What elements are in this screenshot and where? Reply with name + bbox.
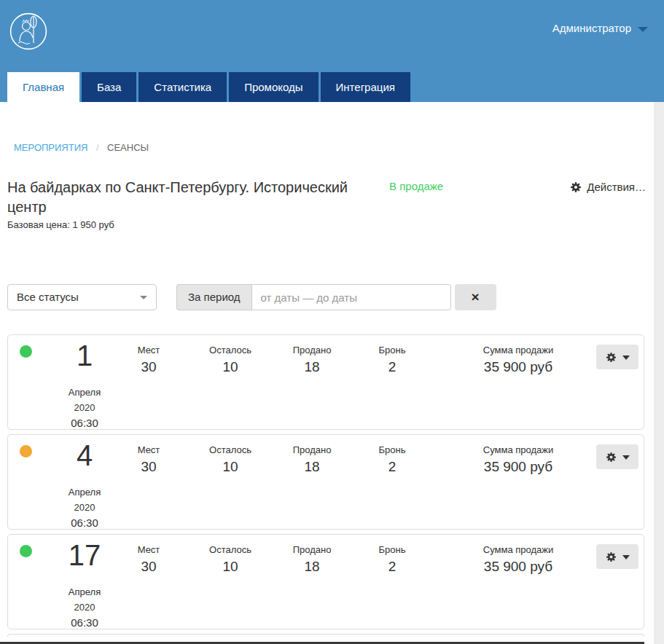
gear-icon xyxy=(606,551,617,562)
session-status-dot xyxy=(20,345,32,358)
session-actions-button[interactable] xyxy=(596,444,638,469)
stat-seats: Мест 30 xyxy=(112,345,185,375)
session-card: 4 Апреля 2020 06:30 Мест 30 Осталось 10 … xyxy=(7,434,644,530)
tab-statistika[interactable]: Статистика xyxy=(138,72,227,102)
stat-sold: Продано 18 xyxy=(268,345,356,375)
session-time: 06:30 xyxy=(46,515,123,530)
period-filter-group: За период xyxy=(176,284,451,310)
session-month: Апреля xyxy=(46,584,123,600)
tab-integratsiya[interactable]: Интеграция xyxy=(321,72,410,102)
period-label: За период xyxy=(176,284,251,310)
status-badge: В продаже xyxy=(389,178,443,192)
user-menu-label: Администратор xyxy=(552,22,631,34)
user-menu[interactable]: Администратор xyxy=(552,22,648,34)
session-month: Апреля xyxy=(46,385,123,400)
stat-seats: Мест 30 xyxy=(112,444,185,475)
session-time: 06:30 xyxy=(46,615,123,630)
chevron-down-icon xyxy=(638,27,648,32)
session-card: 17 Апреля 2020 06:30 Мест 30 Осталось 10… xyxy=(7,534,644,629)
chevron-down-icon xyxy=(622,455,630,460)
tab-promokody[interactable]: Промокоды xyxy=(229,72,318,102)
session-status-dot xyxy=(20,545,32,557)
stat-sales-sum: Сумма продажи 35 900 руб xyxy=(454,544,582,575)
actions-label: Действия… xyxy=(587,181,646,193)
stat-sales-sum: Сумма продажи 35 900 руб xyxy=(454,444,582,475)
stat-sales-sum: Сумма продажи 35 900 руб xyxy=(454,345,582,375)
tab-baza[interactable]: База xyxy=(82,72,136,102)
period-date-input[interactable] xyxy=(251,284,451,310)
gear-icon xyxy=(606,452,617,463)
clear-filter-button[interactable]: × xyxy=(455,284,496,310)
session-card: 1 Апреля 2020 06:30 Мест 30 Осталось 10 … xyxy=(7,334,644,430)
gear-icon xyxy=(606,352,617,363)
select-caret-icon xyxy=(140,296,147,299)
breadcrumb: МЕРОПРИЯТИЯ / СЕАНСЫ xyxy=(0,102,654,153)
stat-remaining: Осталось 10 xyxy=(187,345,274,375)
chevron-down-icon xyxy=(622,356,630,360)
stat-remaining: Осталось 10 xyxy=(187,444,274,475)
kayaker-logo-icon[interactable] xyxy=(9,12,47,53)
page-title: На байдарках по Санкт-Петербургу. Истори… xyxy=(7,178,359,217)
app-header: Администратор Главная База Статистика Пр… xyxy=(0,0,664,102)
stat-booked: Бронь 2 xyxy=(348,544,436,575)
session-actions-button[interactable] xyxy=(596,544,638,569)
session-list: 1 Апреля 2020 06:30 Мест 30 Осталось 10 … xyxy=(7,334,644,629)
stat-sold: Продано 18 xyxy=(268,544,356,575)
tab-glavnaya[interactable]: Главная xyxy=(7,72,79,102)
stat-booked: Бронь 2 xyxy=(348,345,436,375)
session-status-dot xyxy=(20,445,32,458)
breadcrumb-link-events[interactable]: МЕРОПРИЯТИЯ xyxy=(14,142,87,153)
gear-icon xyxy=(570,181,582,193)
session-year: 2020 xyxy=(46,400,123,415)
session-year: 2020 xyxy=(46,600,123,615)
session-year: 2020 xyxy=(46,500,123,515)
next-session-card-partial xyxy=(7,634,644,637)
stat-booked: Бронь 2 xyxy=(348,444,436,475)
base-price: Базовая цена: 1 950 руб xyxy=(7,219,654,230)
actions-button[interactable]: Действия… xyxy=(570,178,646,193)
status-filter-value: Все статусы xyxy=(17,291,79,303)
breadcrumb-separator: / xyxy=(96,143,98,153)
main-nav: Главная База Статистика Промокоды Интегр… xyxy=(7,72,413,102)
breadcrumb-current: СЕАНСЫ xyxy=(107,142,149,153)
session-month: Апреля xyxy=(46,484,123,500)
stat-remaining: Осталось 10 xyxy=(187,544,274,575)
stat-seats: Мест 30 xyxy=(112,544,185,575)
chevron-down-icon xyxy=(622,555,630,559)
session-actions-button[interactable] xyxy=(596,345,638,369)
page-content: МЕРОПРИЯТИЯ / СЕАНСЫ На байдарках по Сан… xyxy=(0,102,654,644)
session-time: 06:30 xyxy=(46,415,123,431)
status-filter-select[interactable]: Все статусы xyxy=(7,284,157,310)
stat-sold: Продано 18 xyxy=(268,444,356,475)
